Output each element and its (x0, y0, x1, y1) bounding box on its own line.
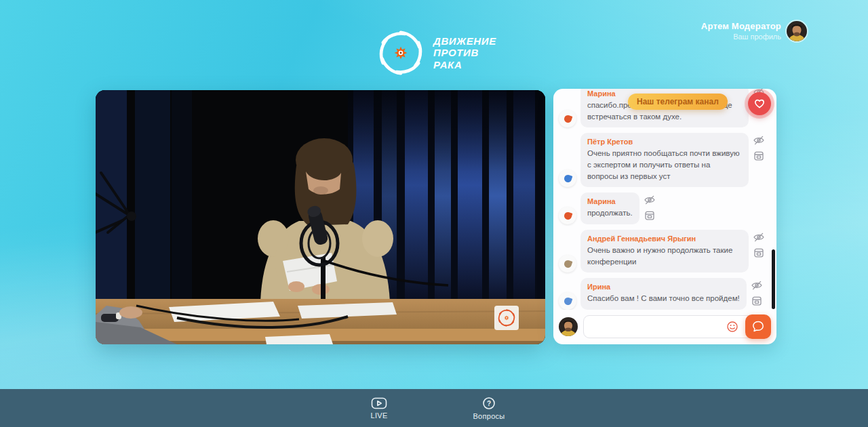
chat-message: Маринапродолжать. (559, 192, 770, 224)
ban-user-icon[interactable] (753, 247, 765, 259)
avatar-glyph (563, 114, 572, 123)
hide-message-icon[interactable] (753, 231, 765, 243)
avatar-glyph (563, 174, 572, 183)
message-avatar (559, 110, 576, 127)
chat-input-avatar (559, 317, 578, 336)
message-author: Ирина (587, 283, 740, 291)
ban-user-icon[interactable] (753, 150, 765, 162)
message-actions (753, 133, 765, 162)
message-actions (644, 192, 656, 222)
telegram-channel-button[interactable]: Наш телеграм канал (628, 94, 728, 110)
message-text: Спасибо вам ! С вами точно все пройдем! (587, 293, 740, 304)
brand-logo-text: ДВИЖЕНИЕ ПРОТИВ РАКА (433, 35, 496, 70)
send-message-button[interactable] (745, 314, 771, 339)
message-author: Пётр Кретов (587, 138, 742, 146)
message-bubble: ИринаСпасибо вам ! С вами точно все прой… (580, 278, 747, 310)
emoji-smiley-icon (726, 321, 738, 333)
profile-block[interactable]: Артем Модератор Ваш профиль (701, 21, 781, 41)
chat-message-input[interactable] (583, 315, 771, 338)
profile-name: Артем Модератор (701, 21, 781, 31)
svg-text:?: ? (487, 400, 491, 407)
nav-label-questions: Вопросы (473, 412, 505, 420)
message-bubble: Маринапродолжать. (580, 192, 639, 224)
live-video-icon (371, 397, 387, 409)
ban-user-icon[interactable] (644, 209, 656, 222)
video-watermark-logo (494, 306, 519, 330)
questions-icon: ? (482, 396, 496, 410)
hide-message-icon[interactable] (751, 279, 763, 291)
send-chat-bubble-icon (751, 320, 765, 333)
brand-line-2: ПРОТИВ (433, 47, 496, 58)
message-bubble: Андрей Геннадьевич ЯрыгинОчень важно и н… (580, 230, 749, 272)
brand-logo: ДВИЖЕНИЕ ПРОТИВ РАКА (376, 28, 496, 77)
profile-avatar[interactable] (787, 21, 807, 41)
chat-panel: Маринаспасибо.прекрасная встреча.надо ча… (553, 89, 776, 344)
message-bubble: Пётр КретовОчень приятно пообщаться почт… (580, 133, 749, 187)
message-actions (753, 230, 765, 259)
message-avatar (559, 169, 576, 187)
chat-message: Пётр КретовОчень приятно пообщаться почт… (559, 133, 770, 187)
message-author: Андрей Геннадьевич Ярыгин (587, 235, 742, 243)
message-text: Очень важно и нужно продолжать такие кон… (587, 245, 742, 267)
chat-message: Андрей Геннадьевич ЯрыгинОчень важно и н… (559, 230, 770, 272)
nav-label-live: LIVE (370, 411, 387, 420)
avatar-glyph (563, 211, 572, 220)
hide-message-icon[interactable] (753, 134, 765, 146)
emoji-picker-button[interactable] (726, 321, 738, 333)
message-avatar (559, 292, 576, 310)
message-avatar (559, 207, 576, 224)
chat-input-row (553, 310, 776, 344)
bottom-navigation: LIVE ? Вопросы (0, 389, 868, 427)
heart-icon (754, 98, 765, 109)
avatar-glyph (563, 296, 572, 306)
brand-line-3: РАКА (433, 59, 496, 70)
brand-line-1: ДВИЖЕНИЕ (433, 35, 496, 47)
avatar-glyph (563, 259, 572, 268)
chat-scrollbar[interactable] (772, 249, 775, 309)
profile-avatar-image (787, 21, 807, 41)
message-author: Марина (587, 197, 633, 205)
message-text: Очень приятно пообщаться почти вживую с … (587, 148, 742, 182)
message-avatar (559, 255, 576, 272)
nav-item-questions[interactable]: ? Вопросы (470, 396, 508, 420)
message-actions (751, 278, 763, 307)
page-background: ДВИЖЕНИЕ ПРОТИВ РАКА Артем Модератор Ваш… (0, 0, 868, 427)
profile-subtitle: Ваш профиль (701, 33, 781, 41)
hide-message-icon[interactable] (644, 194, 656, 206)
live-video-player[interactable] (96, 90, 545, 344)
message-text: продолжать. (587, 207, 633, 219)
ban-user-icon[interactable] (751, 295, 763, 307)
chat-message-list[interactable]: Маринаспасибо.прекрасная встреча.надо ча… (553, 89, 776, 310)
chat-input-avatar-image (559, 317, 578, 336)
video-frame (96, 90, 545, 344)
heart-reaction-button[interactable] (748, 92, 771, 115)
nav-item-live[interactable]: LIVE (360, 397, 398, 420)
brand-swirl-icon (376, 28, 425, 77)
chat-message: ИринаСпасибо вам ! С вами точно все прой… (559, 278, 770, 310)
